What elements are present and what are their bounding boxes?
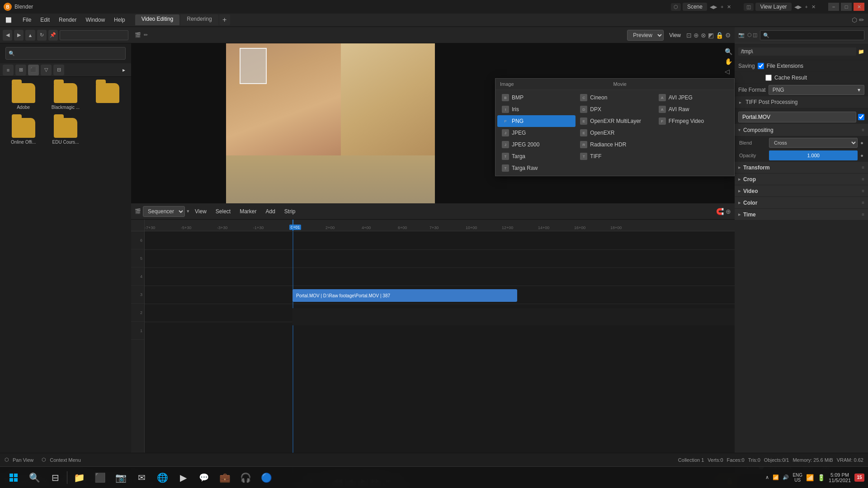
opacity-input[interactable]: [769, 150, 858, 160]
seq-menu-add[interactable]: Add: [262, 207, 279, 216]
output-path-field[interactable]: /tmp\: [738, 47, 856, 56]
sequencer-mode-select[interactable]: Sequencer: [143, 206, 185, 217]
tiff-post-processing[interactable]: ▸ TIFF Post Processing: [735, 96, 868, 108]
view-layer-type-icon[interactable]: ◫: [744, 3, 754, 11]
list-view-button[interactable]: ≡: [3, 65, 14, 75]
top-toolbar-icon2[interactable]: ✏: [859, 16, 864, 23]
scene-selector[interactable]: Scene: [683, 3, 707, 11]
taskbar-blender[interactable]: 🔵: [256, 468, 276, 488]
video-options-icon[interactable]: ≡: [862, 188, 864, 193]
menu-help[interactable]: Help: [110, 16, 129, 24]
color-section-header[interactable]: ▸ Color ≡: [735, 197, 868, 209]
panel-icon-collapse[interactable]: ◁: [725, 68, 732, 75]
format-openexr[interactable]: E OpenEXR: [576, 127, 654, 139]
seq-menu-marker[interactable]: Marker: [236, 207, 260, 216]
status-mode-icon[interactable]: ⬡: [5, 457, 9, 463]
format-dpx[interactable]: D DPX: [576, 103, 654, 115]
video-strip[interactable]: Portal.MOV | D:\Raw footage\Portal.MOV |…: [292, 289, 517, 302]
scene-type-icon[interactable]: ⬡: [671, 3, 681, 11]
preview-type-icon[interactable]: 🎬: [135, 32, 141, 38]
color-options-icon[interactable]: ≡: [862, 200, 864, 205]
tray-volume[interactable]: 🔊: [783, 474, 789, 480]
language-indicator[interactable]: ENG US: [793, 473, 802, 483]
format-ffmpeg[interactable]: F FFmpeg Video: [654, 115, 732, 127]
transform-section-header[interactable]: ▸ Transform ≡: [735, 162, 868, 174]
menu-edit[interactable]: Edit: [37, 16, 53, 24]
panel-icon-search[interactable]: 🔍: [725, 48, 732, 55]
tray-battery[interactable]: 🔋: [817, 474, 825, 481]
nav-forward-button[interactable]: ▶: [14, 30, 24, 41]
tab-rendering[interactable]: Rendering: [180, 14, 218, 25]
sort-button[interactable]: ⊟: [53, 65, 64, 75]
taskbar-audio[interactable]: 🎧: [236, 468, 255, 488]
nav-bookmark-button[interactable]: 📌: [48, 30, 58, 41]
format-cineon[interactable]: C Cineon: [576, 92, 654, 103]
seq-type-icon[interactable]: 🎬: [135, 208, 141, 214]
workspace-icon[interactable]: ⬜: [4, 16, 14, 24]
menu-render[interactable]: Render: [55, 16, 80, 24]
format-png[interactable]: P PNG: [497, 115, 576, 127]
prop-type-icon[interactable]: 📷: [738, 32, 745, 38]
prop-icon2[interactable]: ◫: [753, 32, 757, 38]
file-explorer-button[interactable]: 📁: [69, 468, 89, 488]
format-radiance[interactable]: R Radiance HDR: [576, 139, 654, 150]
view-layer-remove-icon[interactable]: ✕: [811, 3, 816, 11]
zoom-fit-icon[interactable]: ⊡: [686, 32, 692, 39]
seq-snap-icon[interactable]: 🧲: [716, 208, 724, 215]
system-clock[interactable]: 5:09 PM 11/5/2021: [829, 472, 851, 483]
seq-expand-icon[interactable]: ▾: [187, 208, 189, 214]
taskbar-files[interactable]: 💼: [215, 468, 235, 488]
transform-options-icon[interactable]: ≡: [862, 165, 864, 170]
collapse-button[interactable]: ▸: [119, 66, 128, 75]
nav-back-button[interactable]: ◀: [3, 30, 12, 41]
format-targa-raw[interactable]: T Targa Raw: [497, 162, 576, 174]
folder-office[interactable]: Online Offi...: [5, 116, 42, 146]
folder-adobe[interactable]: Adobe: [5, 81, 42, 112]
strip-enabled-checkbox[interactable]: [858, 114, 864, 120]
view-button[interactable]: View: [665, 31, 684, 39]
render-icon[interactable]: ◩: [708, 32, 714, 39]
gizmo-icon[interactable]: ⊗: [701, 32, 706, 39]
folder-empty1[interactable]: [89, 81, 127, 112]
format-jpeg2000[interactable]: J JPEG 2000: [497, 139, 576, 150]
prop-icon1[interactable]: ⬡: [747, 32, 752, 38]
scene-remove-icon[interactable]: ✕: [726, 3, 732, 11]
start-button[interactable]: [4, 468, 24, 488]
file-format-select[interactable]: PNG ▾: [769, 85, 864, 95]
format-jpeg[interactable]: J JPEG: [497, 127, 576, 139]
add-tab-button[interactable]: +: [219, 14, 230, 25]
maximize-button[interactable]: □: [841, 3, 852, 11]
format-iris[interactable]: I Iris: [497, 103, 576, 115]
search-input[interactable]: [5, 47, 126, 60]
preview-mode-select[interactable]: Preview: [627, 30, 664, 41]
compositing-options-icon[interactable]: ≡: [862, 127, 864, 132]
close-button[interactable]: ✕: [854, 3, 864, 11]
time-section-header[interactable]: ▸ Time ≡: [735, 209, 868, 221]
seq-menu-strip[interactable]: Strip: [281, 207, 299, 216]
settings-icon[interactable]: ⚙: [725, 32, 731, 39]
menu-file[interactable]: File: [19, 16, 35, 24]
video-section-header[interactable]: ▸ Video ≡: [735, 185, 868, 197]
path-open-icon[interactable]: 📁: [858, 49, 864, 55]
search-button[interactable]: 🔍: [24, 468, 44, 488]
notification-badge[interactable]: 15: [854, 474, 864, 482]
crop-options-icon[interactable]: ≡: [862, 177, 864, 182]
format-avi-jpeg[interactable]: A AVI JPEG: [654, 92, 732, 103]
seq-overlay-icon[interactable]: ⊕: [726, 208, 731, 215]
folder-blackmagic[interactable]: Blackmagic ...: [47, 81, 84, 112]
small-icon-button[interactable]: ⊞: [15, 65, 26, 75]
seq-menu-view[interactable]: View: [191, 207, 210, 216]
strip-name-input[interactable]: [738, 112, 856, 122]
taskbar-browser[interactable]: 🌐: [152, 468, 172, 488]
view-layer-selector[interactable]: View Layer: [755, 3, 791, 11]
top-toolbar-icon1[interactable]: ⬡: [852, 16, 857, 23]
menu-window[interactable]: Window: [82, 16, 108, 24]
taskbar-email[interactable]: ✉: [132, 468, 151, 488]
file-extensions-checkbox[interactable]: [758, 63, 764, 69]
view-layer-nav-icon[interactable]: ◀▶: [793, 3, 802, 11]
tray-chevron[interactable]: ∧: [765, 474, 769, 480]
tray-wifi[interactable]: 📶: [806, 474, 814, 481]
tray-network[interactable]: 📶: [773, 474, 779, 480]
format-openexr-ml[interactable]: E OpenEXR MultiLayer: [576, 115, 654, 127]
format-bmp[interactable]: B BMP: [497, 92, 576, 103]
